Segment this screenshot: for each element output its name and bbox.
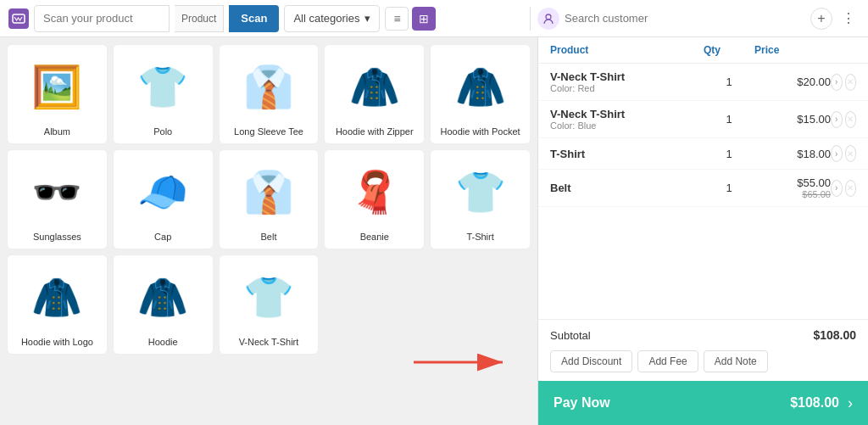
order-item-info-2: T-Shirt <box>550 148 704 160</box>
pay-now-right: $108.00 › <box>790 394 853 412</box>
product-image-hoodie-pocket: 🧥 <box>447 53 515 121</box>
order-item-remove-2[interactable]: ✕ <box>845 145 857 162</box>
product-name-hoodie-logo: Hoodie with Logo <box>21 337 93 347</box>
qty-col-header: Qty <box>704 44 754 56</box>
product-card-hoodie-pocket[interactable]: 🧥 Hoodie with Pocket <box>430 44 531 144</box>
product-grid: 🖼️ Album 👕 Polo 👔 Long Sleeve Tee 🧥 Hood… <box>7 44 531 355</box>
product-image-cap: 🧢 <box>129 159 197 226</box>
customer-search-input[interactable] <box>565 12 805 25</box>
pay-now-arrow-icon: › <box>848 394 853 412</box>
order-item-remove-1[interactable]: ✕ <box>845 111 857 128</box>
product-card-hoodie-logo[interactable]: 🧥 Hoodie with Logo <box>7 254 108 355</box>
scan-input[interactable] <box>34 5 170 32</box>
add-note-button[interactable]: Add Note <box>704 350 768 372</box>
product-name-cap: Cap <box>154 232 171 242</box>
order-table: Product Qty Price V-Neck T-Shirt Color: … <box>538 37 868 319</box>
product-card-hoodie[interactable]: 🧥 Hoodie <box>113 254 214 355</box>
add-fee-button[interactable]: Add Fee <box>637 350 698 372</box>
product-card-hoodie-zipper[interactable]: 🧥 Hoodie with Zipper <box>324 44 425 144</box>
order-item-qty-3: 1 <box>704 182 754 194</box>
product-name-beanie: Beanie <box>360 232 389 242</box>
product-card-belt[interactable]: 👔 Belt <box>219 149 320 249</box>
order-item-name-0: V-Neck T-Shirt <box>550 70 704 83</box>
product-card-vneck-tshirt[interactable]: 👕 V-Neck T-Shirt <box>219 254 320 355</box>
order-header: Product Qty Price <box>538 37 868 64</box>
product-image-hoodie: 🧥 <box>129 264 197 332</box>
right-panel: Product Qty Price V-Neck T-Shirt Color: … <box>537 37 868 425</box>
product-card-cap[interactable]: 🧢 Cap <box>113 149 214 249</box>
add-customer-button[interactable]: + <box>810 8 832 30</box>
scan-button[interactable]: Scan <box>229 5 279 32</box>
subtotal-value: $108.00 <box>813 328 856 342</box>
product-card-beanie[interactable]: 🧣 Beanie <box>324 149 425 249</box>
product-name-hoodie-pocket: Hoodie with Pocket <box>441 126 520 137</box>
product-card-tshirt[interactable]: 👕 T-Shirt <box>430 149 531 249</box>
order-item-expand-3[interactable]: › <box>831 180 843 197</box>
order-item-actions-1: › ✕ <box>831 111 856 128</box>
order-item-price-0: $20.00 <box>754 75 831 88</box>
order-item-price-3: $55.00 $65.00 <box>754 176 831 199</box>
list-view-icon[interactable]: ≡ <box>385 7 409 31</box>
table-row: T-Shirt 1 $18.00 › ✕ <box>538 138 868 170</box>
grid-view-icon[interactable]: ⊞ <box>412 7 436 31</box>
order-item-price-1: $15.00 <box>754 113 831 126</box>
product-image-beanie: 🧣 <box>341 159 409 226</box>
subtotal-row: Subtotal $108.00 <box>550 328 856 342</box>
product-image-sunglasses: 🕶️ <box>23 159 91 226</box>
order-item-info-0: V-Neck T-Shirt Color: Red <box>550 70 704 93</box>
product-image-vneck-tshirt: 👕 <box>235 264 303 332</box>
price-col-header: Price <box>754 44 831 56</box>
order-item-variant-0: Color: Red <box>550 83 704 93</box>
product-card-album[interactable]: 🖼️ Album <box>7 44 108 144</box>
product-image-polo: 👕 <box>129 53 197 121</box>
product-area: 🖼️ Album 👕 Polo 👔 Long Sleeve Tee 🧥 Hood… <box>0 37 537 425</box>
left-toolbar: Product Scan All categories ▾ ≡ ⊞ <box>8 5 523 32</box>
product-col-header: Product <box>550 44 704 56</box>
order-item-expand-0[interactable]: › <box>831 74 843 91</box>
product-card-sunglasses[interactable]: 🕶️ Sunglasses <box>7 149 108 249</box>
order-item-remove-3[interactable]: ✕ <box>845 180 857 197</box>
product-name-album: Album <box>44 126 70 137</box>
order-item-expand-1[interactable]: › <box>831 111 843 128</box>
order-item-price-2: $18.00 <box>754 148 831 160</box>
product-name-sunglasses: Sunglasses <box>33 232 81 242</box>
main-content: 🖼️ Album 👕 Polo 👔 Long Sleeve Tee 🧥 Hood… <box>0 37 868 425</box>
pay-now-amount: $108.00 <box>790 395 839 411</box>
svg-point-1 <box>546 14 551 20</box>
product-image-hoodie-logo: 🧥 <box>23 264 91 332</box>
order-item-name-1: V-Neck T-Shirt <box>550 108 704 120</box>
table-row: Belt 1 $55.00 $65.00 › ✕ <box>538 170 868 207</box>
action-buttons: Add Discount Add Fee Add Note <box>550 350 856 372</box>
product-dropdown[interactable]: Product <box>175 5 224 32</box>
order-item-name-3: Belt <box>550 182 704 194</box>
product-name-hoodie: Hoodie <box>148 337 178 347</box>
product-image-belt: 👔 <box>235 159 303 226</box>
more-options-button[interactable]: ⋮ <box>837 8 860 30</box>
order-item-remove-0[interactable]: ✕ <box>845 74 857 91</box>
order-item-qty-0: 1 <box>704 75 754 88</box>
order-item-expand-2[interactable]: › <box>831 145 843 162</box>
order-item-actions-2: › ✕ <box>831 145 856 162</box>
order-item-name-2: T-Shirt <box>550 148 704 160</box>
pay-now-bar[interactable]: Pay Now $108.00 › <box>538 381 868 425</box>
product-name-polo: Polo <box>153 126 172 137</box>
order-item-original-price-3: $65.00 <box>754 189 831 199</box>
add-discount-button[interactable]: Add Discount <box>550 350 632 372</box>
product-name-vneck-tshirt: V-Neck T-Shirt <box>239 337 299 347</box>
product-card-polo[interactable]: 👕 Polo <box>113 44 214 144</box>
order-item-actions-0: › ✕ <box>831 74 856 91</box>
order-item-variant-1: Color: Blue <box>550 120 704 131</box>
order-item-info-3: Belt <box>550 182 704 194</box>
order-item-info-1: V-Neck T-Shirt Color: Blue <box>550 108 704 131</box>
product-image-album: 🖼️ <box>23 53 91 121</box>
bottom-panel: Subtotal $108.00 Add Discount Add Fee Ad… <box>538 319 868 381</box>
table-row: V-Neck T-Shirt Color: Red 1 $20.00 › ✕ <box>538 64 868 101</box>
order-item-qty-2: 1 <box>704 148 754 160</box>
product-name-hoodie-zipper: Hoodie with Zipper <box>336 126 414 137</box>
top-bar: Product Scan All categories ▾ ≡ ⊞ + ⋮ <box>0 0 868 37</box>
divider <box>530 7 531 31</box>
order-item-qty-1: 1 <box>704 113 754 126</box>
category-select[interactable]: All categories ▾ <box>284 5 380 32</box>
product-card-long-sleeve-tee[interactable]: 👔 Long Sleeve Tee <box>219 44 320 144</box>
product-image-long-sleeve-tee: 👔 <box>235 53 303 121</box>
